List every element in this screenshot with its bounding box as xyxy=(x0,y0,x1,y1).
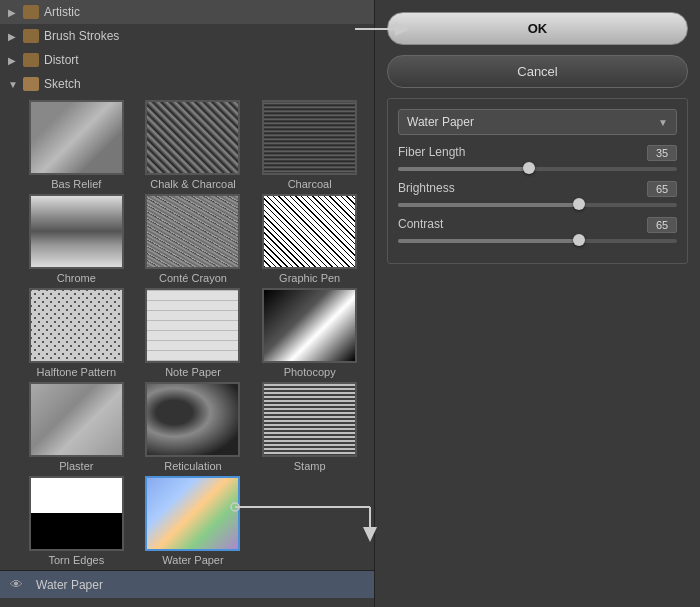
filter-label-graphic-pen: Graphic Pen xyxy=(279,272,340,284)
filter-item-bas-relief[interactable]: Bas Relief xyxy=(20,100,133,190)
fiber-length-value: 35 xyxy=(647,145,677,161)
filter-label-charcoal: Charcoal xyxy=(288,178,332,190)
folder-icon-brush xyxy=(23,29,39,43)
filter-label-conte-crayon: Conté Crayon xyxy=(159,272,227,284)
filter-label-reticulation: Reticulation xyxy=(164,460,221,472)
filter-label-chrome: Chrome xyxy=(57,272,96,284)
folder-icon-distort xyxy=(23,53,39,67)
fiber-length-row: Fiber Length 35 xyxy=(398,145,677,171)
cancel-button[interactable]: Cancel xyxy=(387,55,688,88)
filter-item-stamp[interactable]: Stamp xyxy=(253,382,366,472)
right-panel: OK Cancel Water Paper ▼ Fiber Length 35 xyxy=(375,0,700,607)
expand-arrow-icon xyxy=(355,14,415,44)
filter-item-photocopy[interactable]: Photocopy xyxy=(253,288,366,378)
tree-label-distort: Distort xyxy=(44,53,79,67)
filter-item-reticulation[interactable]: Reticulation xyxy=(137,382,250,472)
chevron-down-icon: ▼ xyxy=(658,117,668,128)
brightness-track[interactable] xyxy=(398,203,677,207)
arrow-to-layer-icon xyxy=(230,502,390,542)
filter-label-stamp: Stamp xyxy=(294,460,326,472)
contrast-thumb[interactable] xyxy=(573,234,585,246)
tree-label-sketch: Sketch xyxy=(44,77,81,91)
tree-label-brush: Brush Strokes xyxy=(44,29,119,43)
filter-grid: Bas Relief Chalk & Charcoal Charcoal Chr… xyxy=(0,96,374,570)
ok-button[interactable]: OK xyxy=(387,12,688,45)
filter-label-bas-relief: Bas Relief xyxy=(51,178,101,190)
contrast-fill xyxy=(398,239,579,243)
svg-marker-1 xyxy=(395,22,410,36)
filter-item-torn-edges[interactable]: Torn Edges xyxy=(20,476,133,566)
filter-item-halftone-pattern[interactable]: Halftone Pattern xyxy=(20,288,133,378)
tree-arrow-distort: ▶ xyxy=(8,55,20,66)
fiber-length-fill xyxy=(398,167,529,171)
fiber-length-thumb[interactable] xyxy=(523,162,535,174)
svg-marker-4 xyxy=(363,527,377,542)
filter-label-torn-edges: Torn Edges xyxy=(49,554,105,566)
eye-icon-water-paper[interactable]: 👁 xyxy=(10,577,28,592)
filter-dropdown[interactable]: Water Paper ▼ xyxy=(398,109,677,135)
brightness-thumb[interactable] xyxy=(573,198,585,210)
filter-item-conte-crayon[interactable]: Conté Crayon xyxy=(137,194,250,284)
tree-item-distort[interactable]: ▶ Distort xyxy=(0,48,374,72)
tree-arrow-artistic: ▶ xyxy=(8,7,20,18)
filter-item-chrome[interactable]: Chrome xyxy=(20,194,133,284)
filter-item-charcoal[interactable]: Charcoal xyxy=(253,100,366,190)
brightness-fill xyxy=(398,203,579,207)
brightness-label: Brightness xyxy=(398,181,455,197)
dropdown-value: Water Paper xyxy=(407,115,474,129)
fiber-length-track[interactable] xyxy=(398,167,677,171)
main-container: ▶ Artistic ▶ Brush Strokes ▶ Distort ▼ S… xyxy=(0,0,700,607)
filter-label-halftone: Halftone Pattern xyxy=(37,366,117,378)
tree-item-brush-strokes[interactable]: ▶ Brush Strokes xyxy=(0,24,374,48)
layer-label-water-paper: Water Paper xyxy=(36,578,103,592)
contrast-row: Contrast 65 xyxy=(398,217,677,243)
filter-label-water-paper: Water Paper xyxy=(162,554,223,566)
tree-arrow-brush: ▶ xyxy=(8,31,20,42)
fiber-length-label: Fiber Length xyxy=(398,145,465,161)
layer-item-watercolor[interactable]: 👁 Watercolor xyxy=(0,598,374,607)
filter-dropdown-row: Water Paper ▼ xyxy=(398,109,677,135)
layer-list: 👁 Water Paper 👁 Watercolor xyxy=(0,570,374,607)
filter-item-chalk-charcoal[interactable]: Chalk & Charcoal xyxy=(137,100,250,190)
brightness-row: Brightness 65 xyxy=(398,181,677,207)
layer-item-water-paper[interactable]: 👁 Water Paper xyxy=(0,571,374,598)
filter-item-note-paper[interactable]: Note Paper xyxy=(137,288,250,378)
contrast-label: Contrast xyxy=(398,217,443,233)
filter-settings-panel: Water Paper ▼ Fiber Length 35 Brightness xyxy=(387,98,688,264)
tree-item-artistic[interactable]: ▶ Artistic xyxy=(0,0,374,24)
right-spacer xyxy=(387,274,688,595)
folder-icon-artistic xyxy=(23,5,39,19)
brightness-value: 65 xyxy=(647,181,677,197)
folder-icon-sketch xyxy=(23,77,39,91)
tree-arrow-sketch: ▼ xyxy=(8,79,20,90)
filter-item-graphic-pen[interactable]: Graphic Pen xyxy=(253,194,366,284)
filter-label-photocopy: Photocopy xyxy=(284,366,336,378)
contrast-track[interactable] xyxy=(398,239,677,243)
tree-label-artistic: Artistic xyxy=(44,5,80,19)
tree-item-sketch[interactable]: ▼ Sketch xyxy=(0,72,374,96)
filter-label-plaster: Plaster xyxy=(59,460,93,472)
filter-label-note-paper: Note Paper xyxy=(165,366,221,378)
contrast-value: 65 xyxy=(647,217,677,233)
filter-item-plaster[interactable]: Plaster xyxy=(20,382,133,472)
filter-label-chalk-charcoal: Chalk & Charcoal xyxy=(150,178,236,190)
